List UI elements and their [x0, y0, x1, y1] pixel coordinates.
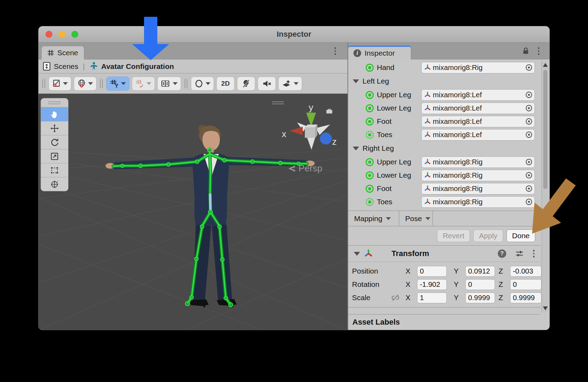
toolbar-drag-handle[interactable]	[185, 79, 187, 88]
presets-icon[interactable]	[515, 250, 524, 257]
rotation-x-field[interactable]: -1.902	[417, 279, 447, 290]
bone-row-right-lower-leg: Lower Leg mixamorig8:Rig	[348, 169, 540, 182]
perspective-toggle[interactable]: Persp	[288, 163, 322, 174]
tab-inspector[interactable]: i Inspector	[348, 45, 411, 59]
broken-link-icon[interactable]	[391, 294, 400, 301]
rotate-icon	[50, 138, 59, 147]
scale-y-field[interactable]: 0.9999	[465, 292, 495, 303]
x-axis-cone	[289, 127, 303, 135]
object-picker-icon[interactable]	[525, 131, 533, 139]
close-window-button[interactable]	[45, 31, 52, 38]
optional-joint-icon[interactable]	[366, 131, 374, 139]
bone-object-field[interactable]: mixamorig8:Rig	[421, 170, 535, 181]
zoom-window-button[interactable]	[71, 31, 78, 38]
mapping-label: Mapping	[354, 214, 382, 223]
position-x-field[interactable]: 0	[417, 266, 447, 277]
2d-toggle-button[interactable]: 2D	[216, 77, 235, 91]
chevron-down-icon	[121, 82, 126, 85]
handle-space-button[interactable]	[74, 77, 96, 91]
scene-viewport[interactable]: y x z	[38, 94, 347, 330]
position-y-field[interactable]: 0.0912	[465, 266, 495, 277]
bone-axis-icon	[424, 91, 431, 98]
object-picker-icon[interactable]	[525, 104, 533, 112]
revert-button[interactable]: Revert	[437, 229, 470, 242]
move-tool-button[interactable]	[41, 121, 68, 135]
bone-object-field[interactable]: mixamorig8:Lef	[421, 89, 535, 101]
section-left-leg[interactable]: Left Leg	[348, 74, 540, 88]
object-picker-icon[interactable]	[525, 64, 533, 71]
joint-icon[interactable]	[366, 118, 374, 126]
y-axis-label: Y	[454, 267, 462, 275]
increment-snap-button[interactable]	[157, 77, 181, 91]
bone-object-field[interactable]: mixamorig8:Rig	[421, 183, 535, 194]
toolbar-drag-handle[interactable]	[100, 79, 103, 88]
bone-object-field[interactable]: mixamorig8:Lef	[421, 116, 535, 127]
scale-x-field[interactable]: 1	[417, 292, 447, 303]
scene-panel-menu-icon[interactable]	[334, 47, 336, 55]
inspector-menu-icon[interactable]	[538, 47, 540, 55]
orientation-gizmo[interactable]: y x z	[279, 103, 345, 162]
bone-label: Hand	[377, 63, 394, 72]
rotation-z-field[interactable]: 0	[510, 279, 542, 290]
effects-toggle-button[interactable]	[278, 77, 302, 91]
scroll-down-icon[interactable]	[543, 306, 548, 310]
joint-icon[interactable]	[366, 91, 374, 99]
titlebar[interactable]: Inspector	[38, 26, 550, 43]
rotation-snap-button[interactable]	[132, 77, 155, 91]
toolbar-drag-handle[interactable]	[42, 79, 45, 88]
lighting-toggle-button[interactable]	[237, 77, 255, 91]
mapping-dropdown[interactable]: Mapping	[348, 211, 399, 226]
joint-icon[interactable]	[366, 64, 374, 72]
hand-tool-button[interactable]	[41, 107, 68, 121]
scroll-up-icon[interactable]	[543, 63, 548, 67]
bone-row-left-lower-leg: Lower Leg mixamorig8:Lef	[348, 101, 540, 115]
object-picker-icon[interactable]	[525, 198, 533, 206]
tab-scene[interactable]: Scene	[41, 46, 84, 59]
breadcrumb-current: Avatar Configuration	[101, 62, 174, 71]
asset-labels-header[interactable]: Asset Labels	[348, 314, 540, 330]
minimize-window-button[interactable]	[58, 31, 65, 38]
audio-toggle-button[interactable]	[258, 77, 276, 91]
rotation-y-field[interactable]: 0	[465, 279, 495, 290]
foldout-triangle-icon[interactable]	[354, 252, 360, 256]
object-picker-icon[interactable]	[525, 158, 533, 166]
position-z-field[interactable]: -0.003	[510, 266, 542, 277]
rotate-tool-button[interactable]	[41, 135, 68, 149]
bone-label: Lower Leg	[377, 171, 411, 179]
bone-object-field[interactable]: mixamorig8:Rig	[421, 62, 535, 73]
globe-icon	[77, 79, 86, 88]
component-menu-icon[interactable]	[533, 250, 535, 257]
grid-snap-button[interactable]	[106, 77, 129, 91]
scrollbar-thumb[interactable]	[543, 70, 547, 189]
bone-object-field[interactable]: mixamorig8:Lef	[421, 129, 535, 141]
inspector-scrollbar[interactable]	[542, 61, 549, 312]
bone-object-field[interactable]: mixamorig8:Rig	[421, 156, 535, 168]
breadcrumb-root[interactable]: Scenes	[54, 62, 78, 71]
apply-button[interactable]: Apply	[473, 229, 503, 242]
tool-palette-drag-handle[interactable]	[41, 98, 68, 107]
section-right-leg[interactable]: Right Leg	[348, 141, 540, 155]
joint-icon[interactable]	[366, 158, 374, 166]
transform-tool-button[interactable]	[41, 177, 68, 191]
optional-joint-icon[interactable]	[366, 198, 374, 206]
scale-z-field[interactable]: 0.9999	[510, 292, 542, 303]
scale-tool-button[interactable]	[41, 149, 68, 163]
bone-object-field[interactable]: mixamorig8:Lef	[421, 102, 535, 114]
pose-dropdown[interactable]: Pose	[399, 211, 433, 226]
done-button[interactable]: Done	[507, 229, 535, 242]
object-picker-icon[interactable]	[525, 171, 533, 179]
rect-tool-button[interactable]	[41, 163, 68, 177]
joint-icon[interactable]	[366, 171, 374, 179]
lock-icon[interactable]	[522, 47, 529, 55]
bone-object-field[interactable]: mixamorig8:Rig	[421, 196, 535, 208]
bone-object-value: mixamorig8:Lef	[433, 117, 523, 126]
joint-icon[interactable]	[366, 185, 374, 193]
gizmo-visibility-button[interactable]	[191, 77, 214, 91]
object-picker-icon[interactable]	[525, 185, 533, 192]
transform-header[interactable]: Transform ?	[348, 245, 540, 262]
object-picker-icon[interactable]	[525, 118, 533, 125]
help-icon[interactable]: ?	[498, 249, 506, 258]
object-picker-icon[interactable]	[525, 91, 533, 99]
pivot-mode-button[interactable]	[49, 77, 71, 91]
joint-icon[interactable]	[366, 104, 374, 112]
